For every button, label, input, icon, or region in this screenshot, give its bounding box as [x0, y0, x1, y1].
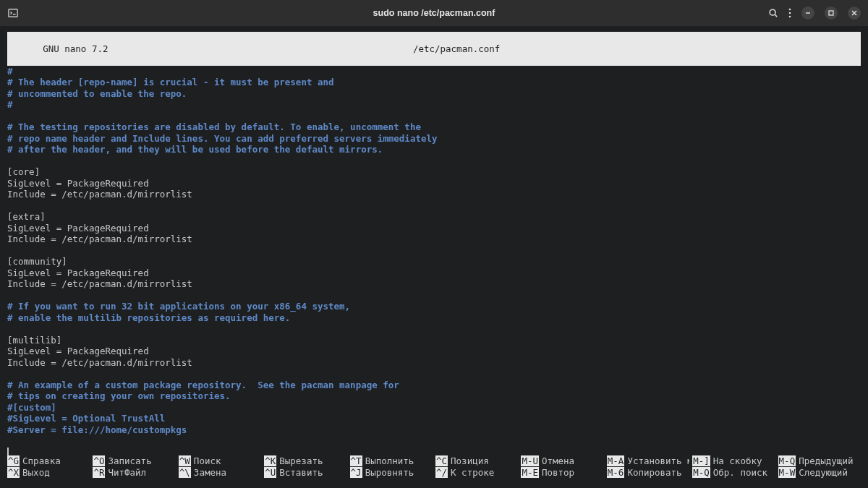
- window-titlebar: sudo nano /etc/pacman.conf: [0, 0, 868, 26]
- editor-line: #: [7, 99, 861, 111]
- editor-line: #[custom]: [7, 402, 861, 414]
- svg-point-1: [770, 9, 775, 15]
- shortcut-key: ^U: [264, 467, 276, 478]
- svg-rect-0: [9, 9, 17, 17]
- editor-line: [community]: [7, 256, 861, 267]
- editor-line: SigLevel = PackageRequired: [7, 346, 861, 357]
- shortcut-key: ^K: [264, 455, 276, 466]
- shortcut-label: Копировать: [627, 467, 681, 478]
- shortcut-key: M-]: [692, 455, 710, 466]
- shortcut-key: ^G: [7, 455, 20, 466]
- editor-line: [7, 368, 861, 380]
- shortcut-key: M-Q: [778, 455, 796, 466]
- editor-line: [core]: [7, 166, 861, 178]
- editor-line: [7, 200, 861, 212]
- terminal-app-icon: [7, 7, 19, 19]
- editor-line: #: [7, 66, 861, 77]
- shortcut-label: На скобку: [713, 455, 762, 466]
- editor-line: # The header [repo-name] is crucial - it…: [7, 77, 861, 88]
- shortcut-label: Отмена: [542, 455, 574, 466]
- shortcut-label: Замена: [194, 467, 226, 478]
- shortcut-item: ^\Замена: [179, 467, 261, 479]
- shortcut-label: Следующий: [799, 467, 848, 478]
- close-button[interactable]: [848, 7, 861, 20]
- shortcut-label: Выполнить: [365, 455, 414, 466]
- shortcut-item: ^GСправка: [7, 455, 90, 467]
- shortcut-label: Справка: [22, 455, 61, 466]
- editor-blank-line: [7, 435, 861, 447]
- maximize-button[interactable]: [825, 7, 838, 20]
- editor-line: Include = /etc/pacman.d/mirrorlist: [7, 278, 861, 290]
- nano-header-bar: GNU nano 7.2 /etc/pacman.conf: [7, 32, 861, 66]
- shortcut-item: ^TВыполнить: [350, 455, 433, 467]
- shortcut-label: Установить ме: [627, 455, 689, 466]
- editor-line: Include = /etc/pacman.d/mirrorlist: [7, 234, 861, 245]
- shortcut-key: ^W: [179, 455, 191, 466]
- shortcut-label: Повтор: [542, 467, 574, 478]
- shortcut-label: Вырезать: [279, 455, 323, 466]
- editor-line: SigLevel = PackageRequired: [7, 223, 861, 234]
- editor-line: [7, 323, 861, 335]
- shortcut-label: Предыдущий: [799, 455, 853, 466]
- shortcut-item: M-QПредыдущий: [778, 455, 861, 467]
- terminal-viewport[interactable]: GNU nano 7.2 /etc/pacman.conf ## The hea…: [0, 26, 868, 458]
- editor-line: [7, 290, 861, 301]
- editor-line: # If you want to run 32 bit applications…: [7, 301, 861, 312]
- shortcut-item: ^UВставить: [264, 467, 346, 479]
- shortcut-label: Выход: [22, 467, 50, 478]
- shortcut-item: ^OЗаписать: [93, 455, 175, 467]
- editor-line: [7, 155, 861, 167]
- editor-line: # uncommented to enable the repo.: [7, 88, 861, 100]
- shortcut-key: ^C: [435, 455, 448, 466]
- editor-line: SigLevel = PackageRequired: [7, 267, 861, 279]
- shortcut-label: К строке: [451, 467, 494, 478]
- shortcut-label: Позиция: [451, 455, 489, 466]
- shortcut-label: Обр. поиск: [713, 467, 767, 478]
- editor-line: Include = /etc/pacman.d/mirrorlist: [7, 357, 861, 369]
- shortcut-key: M-W: [778, 467, 796, 478]
- shortcut-item: ^RЧитФайл: [93, 467, 175, 479]
- shortcut-item: ^JВыровнять: [350, 467, 433, 479]
- editor-line: SigLevel = PackageRequired: [7, 178, 861, 189]
- shortcut-key: M-Q: [692, 467, 710, 478]
- svg-rect-5: [829, 11, 833, 15]
- shortcut-key: M-U: [521, 455, 539, 466]
- shortcut-item: M-QОбр. поиск: [692, 467, 775, 479]
- shortcut-item: M-]На скобку: [692, 455, 775, 467]
- editor-line: #SigLevel = Optional TrustAll: [7, 413, 861, 424]
- titlebar-right: [768, 7, 861, 20]
- editor-line: # enable the multilib repositories as re…: [7, 312, 861, 324]
- menu-icon[interactable]: [788, 8, 791, 18]
- shortcut-key: M-6: [607, 467, 625, 478]
- shortcut-key: ^\: [179, 467, 191, 478]
- editor-line: # after the header, and they will be use…: [7, 144, 861, 155]
- shortcut-key: ^T: [350, 455, 362, 466]
- shortcut-key: ^J: [350, 467, 362, 478]
- editor-line: #Server = file:///home/custompkgs: [7, 424, 861, 436]
- shortcut-item: M-EПовтор: [521, 467, 603, 479]
- shortcut-item: ^/К строке: [435, 467, 518, 479]
- editor-line: [7, 111, 861, 122]
- shortcut-key: M-E: [521, 467, 539, 478]
- shortcut-key: M-A: [607, 455, 625, 466]
- svg-point-2: [789, 9, 791, 11]
- shortcut-item: ^WПоиск: [179, 455, 261, 467]
- svg-point-4: [789, 16, 791, 18]
- shortcut-label: Поиск: [194, 455, 221, 466]
- shortcut-label: Вставить: [279, 467, 323, 478]
- minimize-button[interactable]: [801, 7, 814, 20]
- svg-point-3: [789, 12, 791, 14]
- editor-line: [7, 245, 861, 257]
- shortcut-item: ^XВыход: [7, 467, 90, 479]
- editor-line: # The testing repositories are disabled …: [7, 121, 861, 133]
- editor-line: [multilib]: [7, 335, 861, 346]
- shortcut-key: ^R: [93, 467, 105, 478]
- search-icon[interactable]: [768, 8, 778, 18]
- nano-version: GNU nano 7.2: [32, 43, 108, 54]
- shortcut-label: Записать: [108, 455, 151, 466]
- shortcut-key: ^/: [435, 467, 448, 478]
- shortcut-label: Выровнять: [365, 467, 414, 478]
- editor-content[interactable]: ## The header [repo-name] is crucial - i…: [7, 66, 861, 436]
- editor-line: # repo name header and Include lines. Yo…: [7, 133, 861, 145]
- editor-line: [extra]: [7, 211, 861, 223]
